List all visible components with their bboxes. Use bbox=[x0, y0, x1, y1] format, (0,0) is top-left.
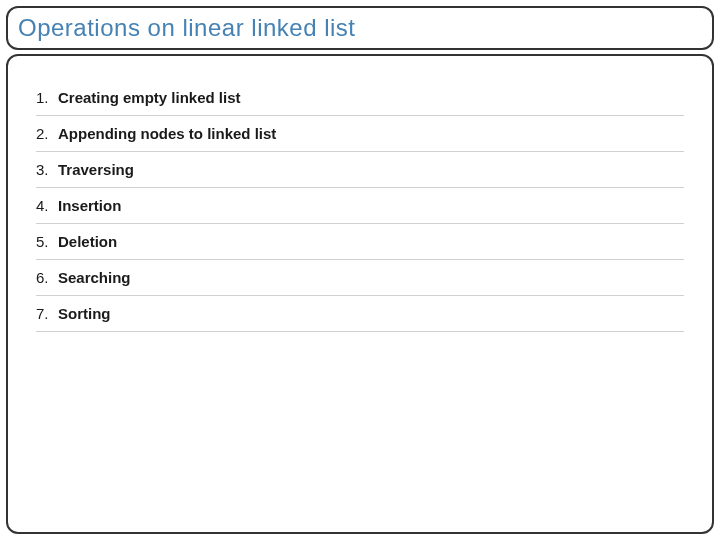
list-text: Appending nodes to linked list bbox=[58, 125, 276, 142]
header-box: Operations on linear linked list bbox=[6, 6, 714, 50]
list-text: Traversing bbox=[58, 161, 134, 178]
list-item: 2. Appending nodes to linked list bbox=[36, 116, 684, 152]
list-item: 5. Deletion bbox=[36, 224, 684, 260]
list-number: 5. bbox=[36, 233, 58, 250]
list-number: 7. bbox=[36, 305, 58, 322]
list-item: 6. Searching bbox=[36, 260, 684, 296]
list-item: 4. Insertion bbox=[36, 188, 684, 224]
list-number: 4. bbox=[36, 197, 58, 214]
list-text: Deletion bbox=[58, 233, 117, 250]
list-number: 2. bbox=[36, 125, 58, 142]
page-title: Operations on linear linked list bbox=[18, 14, 356, 42]
operations-list: 1. Creating empty linked list 2. Appendi… bbox=[36, 80, 684, 332]
list-text: Insertion bbox=[58, 197, 121, 214]
list-text: Creating empty linked list bbox=[58, 89, 241, 106]
content-box: 1. Creating empty linked list 2. Appendi… bbox=[6, 54, 714, 534]
list-number: 1. bbox=[36, 89, 58, 106]
list-item: 1. Creating empty linked list bbox=[36, 80, 684, 116]
list-item: 7. Sorting bbox=[36, 296, 684, 332]
list-item: 3. Traversing bbox=[36, 152, 684, 188]
list-number: 6. bbox=[36, 269, 58, 286]
list-text: Sorting bbox=[58, 305, 111, 322]
list-number: 3. bbox=[36, 161, 58, 178]
list-text: Searching bbox=[58, 269, 131, 286]
